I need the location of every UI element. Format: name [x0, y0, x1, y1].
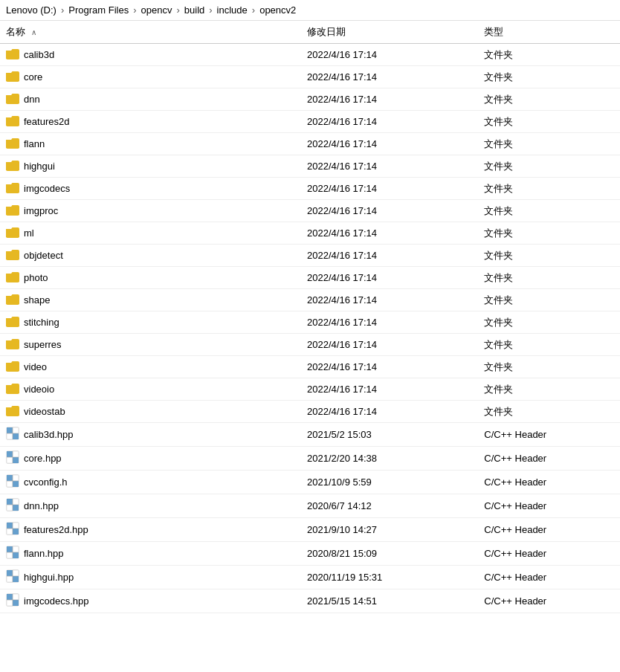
file-name-cell: videostab	[0, 401, 301, 423]
table-row[interactable]: objdetect2022/4/16 17:14文件夹	[0, 245, 620, 267]
svg-rect-59	[7, 451, 13, 457]
file-date-cell: 2022/4/16 17:14	[301, 401, 478, 423]
file-name-cell: highgui	[0, 155, 301, 178]
file-date-cell: 2021/9/10 14:27	[301, 518, 478, 542]
table-row[interactable]: highgui.hpp2020/11/19 15:31C/C++ Header	[0, 566, 620, 589]
table-row[interactable]: superres2022/4/16 17:14文件夹	[0, 334, 620, 356]
file-type-cell: 文件夹	[478, 356, 620, 378]
table-row[interactable]: shape2022/4/16 17:14文件夹	[0, 289, 620, 311]
svg-rect-81	[13, 523, 19, 529]
file-name-text: imgproc	[24, 205, 58, 216]
file-name-cell: imgproc	[0, 200, 301, 222]
table-row[interactable]: dnn2022/4/16 17:14文件夹	[0, 88, 620, 111]
table-row[interactable]: imgproc2022/4/16 17:14文件夹	[0, 200, 620, 222]
file-name-cell: calib3d	[0, 44, 301, 66]
file-name-text: core.hpp	[24, 453, 62, 464]
file-name-text: features2d	[24, 116, 69, 127]
file-date-cell: 2022/4/16 17:14	[301, 356, 478, 378]
file-name-text: ml	[24, 227, 34, 239]
svg-rect-73	[7, 499, 13, 505]
table-row[interactable]: features2d.hpp2021/9/10 14:27C/C++ Heade…	[0, 518, 620, 542]
file-name-text: dnn	[24, 94, 40, 105]
folder-icon	[6, 404, 19, 419]
svg-rect-52	[7, 427, 13, 433]
breadcrumb-item-2[interactable]: opencv	[141, 4, 172, 16]
file-name-text: stitching	[24, 317, 59, 328]
svg-rect-101	[7, 594, 13, 600]
file-name-cell: features2d	[0, 111, 301, 133]
column-header-date[interactable]: 修改日期	[301, 21, 478, 44]
file-name-text: flann.hpp	[24, 548, 64, 559]
table-row[interactable]: stitching2022/4/16 17:14文件夹	[0, 311, 620, 334]
file-name-cell: stitching	[0, 311, 301, 334]
file-date-cell: 2020/11/19 15:31	[301, 566, 478, 589]
breadcrumb-item-5[interactable]: opencv2	[259, 4, 296, 16]
svg-rect-104	[13, 600, 19, 606]
file-date-cell: 2021/2/20 14:38	[301, 447, 478, 471]
file-type-cell: 文件夹	[478, 267, 620, 289]
svg-rect-88	[13, 546, 19, 552]
file-name-text: video	[24, 361, 47, 372]
table-row[interactable]: dnn.hpp2020/6/7 14:12C/C++ Header	[0, 494, 620, 518]
table-row[interactable]: videostab2022/4/16 17:14文件夹	[0, 401, 620, 423]
table-row[interactable]: imgcodecs.hpp2021/5/15 14:51C/C++ Header	[0, 589, 620, 613]
file-date-cell: 2022/4/16 17:14	[301, 155, 478, 178]
header-file-icon	[6, 522, 19, 537]
table-row[interactable]: video2022/4/16 17:14文件夹	[0, 356, 620, 378]
table-header-row: 名称 ∧ 修改日期 类型	[0, 21, 620, 44]
file-date-cell: 2022/4/16 17:14	[301, 66, 478, 88]
table-row[interactable]: calib3d2022/4/16 17:14文件夹	[0, 44, 620, 66]
header-file-icon	[6, 569, 19, 585]
file-name-cell: imgcodecs	[0, 178, 301, 200]
table-row[interactable]: imgcodecs2022/4/16 17:14文件夹	[0, 178, 620, 200]
file-type-cell: 文件夹	[478, 334, 620, 356]
file-name-text: videoio	[24, 384, 54, 395]
file-name-text: calib3d	[24, 49, 54, 60]
folder-icon	[6, 204, 19, 218]
table-row[interactable]: flann.hpp2020/8/21 15:09C/C++ Header	[0, 542, 620, 566]
file-name-cell: highgui.hpp	[0, 566, 301, 589]
breadcrumb-item-0[interactable]: Lenovo (D:)	[6, 4, 56, 16]
file-type-cell: 文件夹	[478, 289, 620, 311]
table-row[interactable]: features2d2022/4/16 17:14文件夹	[0, 111, 620, 133]
table-row[interactable]: core2022/4/16 17:14文件夹	[0, 66, 620, 88]
file-name-text: features2d.hpp	[24, 524, 88, 535]
table-row[interactable]: cvconfig.h2021/10/9 5:59C/C++ Header	[0, 471, 620, 494]
folder-icon	[6, 92, 19, 106]
file-type-cell: 文件夹	[478, 111, 620, 133]
breadcrumb-sep-2: ›	[176, 4, 179, 16]
header-file-icon	[6, 546, 19, 561]
table-row[interactable]: core.hpp2021/2/20 14:38C/C++ Header	[0, 447, 620, 471]
file-name-cell: videoio	[0, 378, 301, 401]
file-date-cell: 2020/6/7 14:12	[301, 494, 478, 518]
header-file-icon	[6, 593, 19, 609]
svg-rect-67	[13, 475, 19, 481]
file-name-cell: objdetect	[0, 245, 301, 267]
table-row[interactable]: flann2022/4/16 17:14文件夹	[0, 133, 620, 155]
file-type-cell: 文件夹	[478, 401, 620, 423]
breadcrumb-item-4[interactable]: include	[217, 4, 248, 16]
column-header-name[interactable]: 名称 ∧	[0, 21, 301, 44]
file-date-cell: 2022/4/16 17:14	[301, 178, 478, 200]
table-row[interactable]: calib3d.hpp2021/5/2 15:03C/C++ Header	[0, 423, 620, 447]
breadcrumb-item-3[interactable]: build	[184, 4, 204, 16]
header-file-icon	[6, 474, 19, 490]
header-file-icon	[6, 498, 19, 514]
file-date-cell: 2022/4/16 17:14	[301, 133, 478, 155]
table-row[interactable]: photo2022/4/16 17:14文件夹	[0, 267, 620, 289]
file-type-cell: C/C++ Header	[478, 566, 620, 589]
svg-rect-82	[7, 529, 13, 534]
breadcrumb-sep-4: ›	[252, 4, 255, 16]
file-date-cell: 2022/4/16 17:14	[301, 88, 478, 111]
folder-icon	[6, 382, 19, 396]
table-row[interactable]: ml2022/4/16 17:14文件夹	[0, 222, 620, 245]
table-row[interactable]: highgui2022/4/16 17:14文件夹	[0, 155, 620, 178]
column-header-type[interactable]: 类型	[478, 21, 620, 44]
folder-icon	[6, 114, 19, 129]
svg-rect-80	[7, 523, 13, 529]
file-type-cell: 文件夹	[478, 44, 620, 66]
table-row[interactable]: videoio2022/4/16 17:14文件夹	[0, 378, 620, 401]
file-type-cell: C/C++ Header	[478, 589, 620, 613]
header-file-icon	[6, 427, 19, 442]
breadcrumb-item-1[interactable]: Program Files	[68, 4, 129, 16]
